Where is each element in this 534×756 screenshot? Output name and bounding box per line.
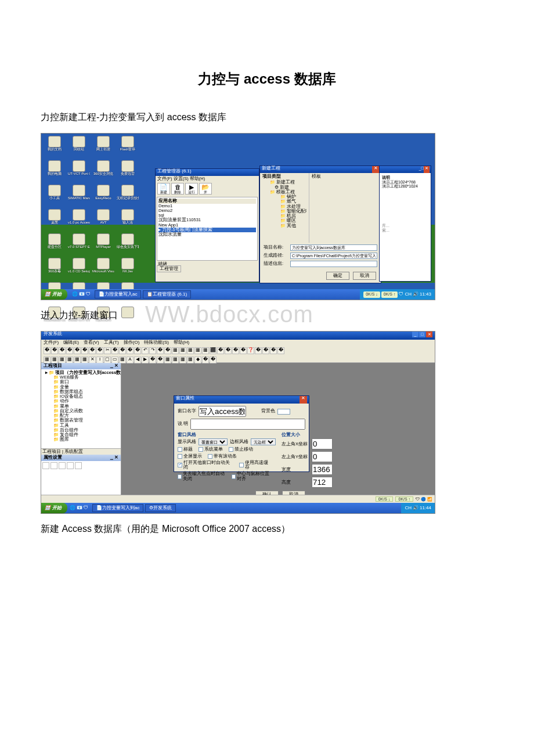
desktop-icon[interactable]: 桌面 [44,209,66,230]
toolbar-icon[interactable]: � [262,347,269,354]
toolbar-icon[interactable]: ✂ [104,347,111,354]
taskbar-task[interactable]: ⚙ 开发系统 [145,504,176,512]
system-tray[interactable]: CH 🔊11:44 [401,503,435,513]
cb-noscroll[interactable]: 禁止移动 [229,447,253,452]
toolbar-icon[interactable]: ◆ [194,357,201,363]
menu-item[interactable]: 操作(O) [124,340,140,345]
desktop-icon[interactable]: Flash暂停 [117,136,139,157]
lang-indicator[interactable]: CH [405,292,412,297]
toolbar-icon[interactable]: ▦ [81,357,88,363]
toolbar-icon[interactable]: � [66,347,73,354]
toolbar-main[interactable]: 📄📂💾🖨✂📋📎↶↷🔍▦▦▦▦▦⬛🔵🔺❓🔧📊 [41,346,435,355]
toolbar-icon[interactable]: ▦ [187,357,194,363]
ok-button[interactable]: 确定 [326,272,349,280]
desktop-icon[interactable]: 免费迅雷 [117,160,139,181]
height-input[interactable] [312,477,333,488]
project-manager-menu[interactable]: 文件(F) 设置(S) 帮助(H) [156,176,259,182]
toolbar-icon[interactable]: ▦ [179,357,186,363]
toolbar-icon[interactable]: � [96,347,103,354]
project-desc-input[interactable] [290,261,377,267]
toolbar-icon[interactable]: ▦ [194,347,201,354]
toolbar-icon[interactable]: ✕ [89,357,96,363]
side-tabs[interactable]: 工程项目 | 系统配置 [41,448,121,455]
toolbar-icon[interactable]: � [51,347,58,354]
toolbar-icon[interactable]: ▦ [59,357,66,363]
menu-item[interactable]: 特殊功能(S) [144,340,169,345]
border-style-select[interactable]: 无边框 [251,438,276,445]
desktop-icon[interactable]: MTPlayer [92,233,114,254]
toolbar-icon[interactable]: � [202,357,209,363]
desktop-icon[interactable]: 回收站 [68,136,90,157]
tree-item[interactable]: 📁 图库 [45,437,119,442]
project-list-item[interactable]: Demo2 [158,208,256,213]
panel-controls[interactable]: ⎯ ✕ [110,363,118,369]
toolbar-icon[interactable]: � [277,347,284,354]
toolbar-icon[interactable]: ◀ [134,357,141,363]
toolbar-icon[interactable]: � [89,347,96,354]
close-icon[interactable]: ✕ [424,166,430,173]
toolbar-icon[interactable]: ▦ [187,347,194,354]
cb-scrollbar[interactable]: 带有滚动条 [208,454,237,459]
window-name-input[interactable] [199,406,246,417]
toolbar-icon[interactable]: ▦ [51,357,58,363]
quicklaunch-icon[interactable]: 📧 [77,506,82,511]
project-type-tree[interactable]: 新建工程 ⚙ 新建 模板工程 锅炉燃气水处理智能化配电机房暖区其他 [262,179,306,229]
toolbar-icon[interactable]: � [210,357,217,363]
start-button[interactable]: 🪟 开始 [41,503,67,513]
y-input[interactable] [312,451,333,462]
toolbar-icon[interactable]: � [44,347,50,354]
menu-item[interactable]: 工具(T) [104,340,119,345]
cb-fullscreen[interactable]: 全屏显示 [178,454,202,459]
window-desc-input[interactable] [190,419,305,430]
toolbar-icon[interactable]: � [270,347,277,354]
pm-open-button[interactable]: 📂开 [199,183,212,195]
lang-indicator[interactable]: CH [405,506,412,511]
project-list-item[interactable]: Demo1 [158,204,256,208]
project-manager-window[interactable]: 工程管理器 (6.1) 文件(F) 设置(S) 帮助(H) 📄新建 🗑删除 ▶运… [155,168,259,282]
toolbar-icon[interactable]: I [96,357,103,363]
maximize-icon[interactable]: □ [419,332,425,337]
quicklaunch-icon[interactable]: 🌐 [72,292,78,297]
toolbar-icon[interactable]: � [111,347,118,354]
width-input[interactable] [312,464,333,475]
desktop-icon[interactable]: 输入法 [117,209,139,230]
toolbar-icon[interactable]: A [127,357,134,363]
toolbar-icon[interactable]: ▦ [172,347,179,354]
toolbar-icon[interactable]: � [164,347,171,354]
quicklaunch-icon[interactable]: 🌐 [70,506,75,511]
menubar[interactable]: 文件(F)编辑(E)查看(V)工具(T)操作(O)特殊功能(S)帮助(H) [41,340,435,346]
desktop-icon[interactable]: AVT [92,209,114,230]
props-toolbar[interactable] [41,461,121,496]
toolbar-icon[interactable]: � [240,347,247,354]
desktop-icon[interactable]: 360杀毒 [44,258,66,279]
menu-item[interactable]: 帮助(H) [174,340,189,345]
toolbar-icon[interactable]: � [157,347,164,354]
toolbar-icon[interactable]: � [255,347,262,354]
toolbar-icon[interactable]: � [225,347,232,354]
toolbar-icon[interactable]: ▦ [44,357,50,363]
desktop-icon[interactable]: v1.0 pc Access SP1 [68,209,90,230]
toolbar-icon[interactable]: � [232,347,239,354]
system-tray[interactable]: 0K/S ↓ 0K/S ↑ 🛡CH 🔊11:43 [360,289,435,300]
toolbar-icon[interactable]: ▢ [104,357,111,363]
menu-item[interactable]: 查看(V) [84,340,99,345]
desktop-icon[interactable]: EasyReco [92,185,114,206]
toolbar-icon[interactable]: � [149,357,156,363]
close-icon[interactable]: ✕ [372,166,379,173]
cb-losefocus[interactable]: 失去输入焦点时自动关闭 [178,471,226,481]
toolbar-icon[interactable]: � [74,347,81,354]
project-list-item[interactable]: 沈阳水流量 [158,232,256,237]
toolbar-icon[interactable]: ▦ [179,347,186,354]
desktop-icon[interactable]: SIMATIC Manager [68,185,90,206]
desktop-icon[interactable]: 我的电脑 [44,160,66,181]
toolbar-icon[interactable]: ↷ [149,347,156,354]
desktop-icon[interactable]: 绿色免安装下载器 [117,233,139,254]
toolbar-icon[interactable]: ↶ [142,347,149,354]
close-icon[interactable]: ✕ [300,396,307,404]
pm-delete-button[interactable]: 🗑删除 [171,183,184,195]
desktop-icon[interactable]: v7.0 STEP7 Explorer [68,233,90,254]
toolbar-icon[interactable]: � [81,347,88,354]
desktop-icon[interactable]: 小工具 [44,185,66,206]
desktop-icon[interactable]: v1.0 CD Setup [68,258,90,279]
project-tree[interactable]: ▸ 📁 项目（力控变量写入到access数据库） 📁 WEB服务📁 窗口📁 变量… [41,369,121,448]
